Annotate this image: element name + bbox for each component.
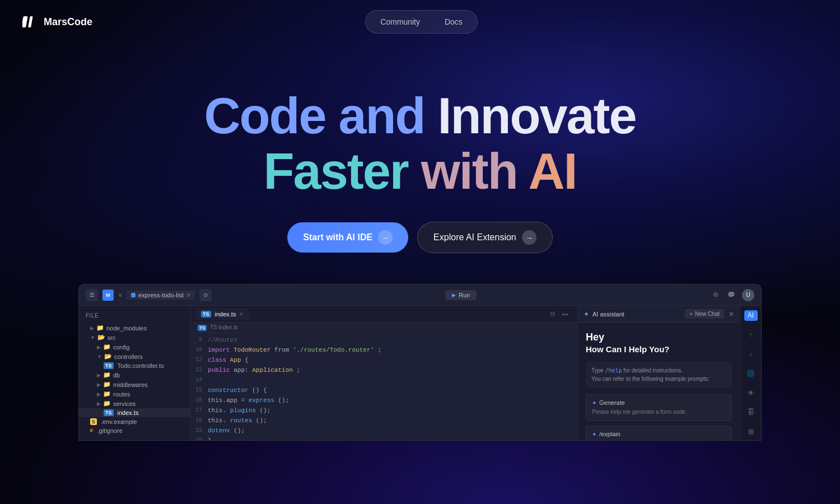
ide-eye-icon[interactable]: 👁	[744, 388, 758, 398]
explore-extension-label: Explore AI Extension	[433, 232, 516, 242]
ide-download-icon[interactable]: ↓	[744, 349, 758, 360]
ide-settings-icon[interactable]: ⚙	[711, 290, 721, 300]
ide-globe-icon[interactable]: 🌐	[744, 368, 758, 379]
ide-project-dot	[131, 293, 136, 297]
folder-expanded-icon: ▼	[90, 335, 95, 340]
editor-tab-index-ts[interactable]: TS index.ts ✕	[195, 309, 249, 320]
controllers-label: controllers	[114, 353, 143, 360]
sidebar-item-services[interactable]: ▶ 📁 services	[79, 399, 190, 408]
sidebar-item-src[interactable]: ▼ 📂 src	[79, 333, 190, 342]
env-badge: S	[90, 418, 97, 425]
ai-close-button[interactable]: ✕	[729, 310, 734, 318]
hero-innovate-text: In	[437, 88, 480, 144]
start-ai-ide-label: Start with AI IDE	[303, 232, 372, 242]
nav-community[interactable]: Community	[369, 14, 431, 30]
ai-new-chat-label: New Chat	[695, 311, 720, 317]
code-line-15: 15 constructor () {	[191, 385, 577, 395]
ide-project-name: express-todo-list	[138, 292, 184, 298]
code-line-13: 13 public app: Application ;	[191, 365, 577, 375]
ide-titlebar-left: ☰ M ∨ express-todo-list ∨ ⊙	[86, 289, 212, 301]
code-line-20: 20 }	[191, 436, 577, 441]
ide-run-label: Run	[459, 292, 470, 298]
tab-filename: index.ts	[215, 311, 236, 318]
nav-docs[interactable]: Docs	[433, 14, 474, 30]
code-line-16: 16 this.app = express ();	[191, 395, 577, 405]
start-ai-ide-arrow-icon: →	[378, 230, 393, 245]
ai-suggestion-explain-title: ✦ /explain	[592, 431, 726, 437]
ide-run-play-icon: ▶	[452, 292, 456, 298]
ai-hint: Type /help for detailed instructions.You…	[586, 362, 732, 388]
env-label: .env.example	[101, 418, 137, 425]
ide-user-avatar[interactable]: U	[742, 289, 754, 301]
middlewares-folder-icon: 📁	[103, 381, 111, 388]
sidebar-item-routes[interactable]: ▶ 📁 routes	[79, 389, 190, 399]
ide-chat-icon[interactable]: 💬	[726, 290, 736, 300]
breadcrumb-path: TS index.ts	[210, 324, 238, 330]
logo[interactable]: MarsCode	[22, 15, 92, 29]
ai-suggestion-generate-title: ✦ Generate	[592, 399, 726, 406]
ide-database-icon[interactable]: 🗄	[744, 407, 758, 418]
explore-extension-button[interactable]: Explore AI Extension →	[417, 222, 553, 253]
ide-code-editor: TS index.ts ✕ ⊟ ••• TS TS index.ts 9 //R…	[191, 306, 577, 441]
src-label: src	[108, 334, 116, 341]
code-line-12: 12 class App {	[191, 355, 577, 365]
sidebar-item-env[interactable]: S .env.example	[79, 417, 190, 426]
ide-project-tag[interactable]: express-todo-list ∨	[127, 291, 195, 300]
ai-hey-text: Hey	[586, 332, 732, 343]
breadcrumb-ts-badge: TS	[198, 325, 207, 331]
ide-ai-panel: ✦ AI assistant + New Chat ✕ Hey How Can …	[577, 306, 740, 441]
hero-title: Code and Innovate Faster with AI	[0, 88, 840, 199]
sidebar-item-middlewares[interactable]: ▶ 📁 middlewares	[79, 380, 190, 389]
ide-run-button[interactable]: ▶ Run	[445, 290, 477, 300]
services-label: services	[113, 400, 136, 407]
sidebar-item-todo-controller[interactable]: TS Todo.controller.ts	[79, 361, 190, 370]
editor-breadcrumb: TS TS index.ts	[191, 323, 577, 333]
code-area: 9 //Routes 10 import TodoRouter from './…	[191, 333, 577, 441]
ide-menu-icon[interactable]: ☰	[86, 289, 98, 301]
logo-icon	[22, 15, 39, 29]
hero-with-text: with	[421, 143, 517, 199]
routes-label: routes	[113, 391, 130, 398]
sidebar-item-config[interactable]: ▶ 📁 config	[79, 342, 190, 352]
editor-more-icon[interactable]: •••	[562, 311, 568, 318]
db-label: db	[113, 372, 120, 379]
ide-titlebar-center: ▶ Run	[218, 290, 704, 300]
config-folder-icon: 📁	[103, 343, 111, 351]
ai-suggestion-explain[interactable]: ✦ /explain	[586, 426, 732, 441]
ai-suggestion-generate[interactable]: ✦ Generate Please help me generate a for…	[586, 394, 732, 421]
file-sidebar-header: File	[79, 310, 190, 323]
folder-open-icon: 📂	[97, 334, 105, 341]
ide-grid-icon[interactable]: ⊞	[744, 426, 758, 437]
start-ai-ide-button[interactable]: Start with AI IDE →	[287, 222, 408, 253]
todo-controller-label: Todo.controller.ts	[118, 362, 164, 369]
ai-panel-body: Hey How Can I Help You? Type /help for d…	[578, 323, 740, 441]
editor-tabs: TS index.ts ✕ ⊟ •••	[191, 306, 577, 323]
ai-panel-title-text: AI assistant	[592, 311, 624, 318]
hero-line2: Faster with AI	[0, 144, 840, 199]
tab-close-icon[interactable]: ✕	[239, 311, 244, 317]
editor-split-icon[interactable]: ⊟	[550, 310, 555, 318]
ai-spark-icon: ✦	[584, 310, 589, 318]
ai-new-chat-button[interactable]: + New Chat	[685, 309, 724, 319]
nav-links: Community Docs	[365, 10, 478, 34]
ide-chevron-icon: ∨	[118, 292, 122, 298]
hero-section: Code and Innovate Faster with AI Start w…	[0, 44, 840, 253]
sidebar-item-node-modules[interactable]: ▶ 📁 node_modules	[79, 323, 190, 333]
ai-panel-actions: + New Chat ✕	[685, 309, 734, 319]
node-modules-label: node_modules	[106, 325, 147, 332]
routes-collapsed-icon: ▶	[97, 391, 101, 397]
ide-upload-icon[interactable]: ↑	[744, 330, 758, 340]
ai-generate-label: Generate	[599, 399, 625, 406]
sidebar-item-controllers[interactable]: ▼ 📂 controllers	[79, 352, 190, 361]
ide-ai-icon[interactable]: AI	[744, 310, 758, 321]
sidebar-item-index-ts[interactable]: TS index.ts	[79, 408, 190, 417]
sidebar-item-db[interactable]: ▶ 📁 db	[79, 370, 190, 380]
sidebar-item-gitignore[interactable]: F .gitignore	[79, 426, 190, 435]
svg-rect-1	[28, 16, 33, 27]
ide-project-chevron: ∨	[186, 292, 190, 298]
index-ts-badge: TS	[104, 409, 114, 416]
cta-buttons: Start with AI IDE → Explore AI Extension…	[0, 222, 840, 253]
code-line-17: 17 this. plugins ();	[191, 405, 577, 416]
ide-search-icon[interactable]: ⊙	[199, 289, 212, 301]
routes-folder-icon: 📁	[103, 390, 111, 398]
